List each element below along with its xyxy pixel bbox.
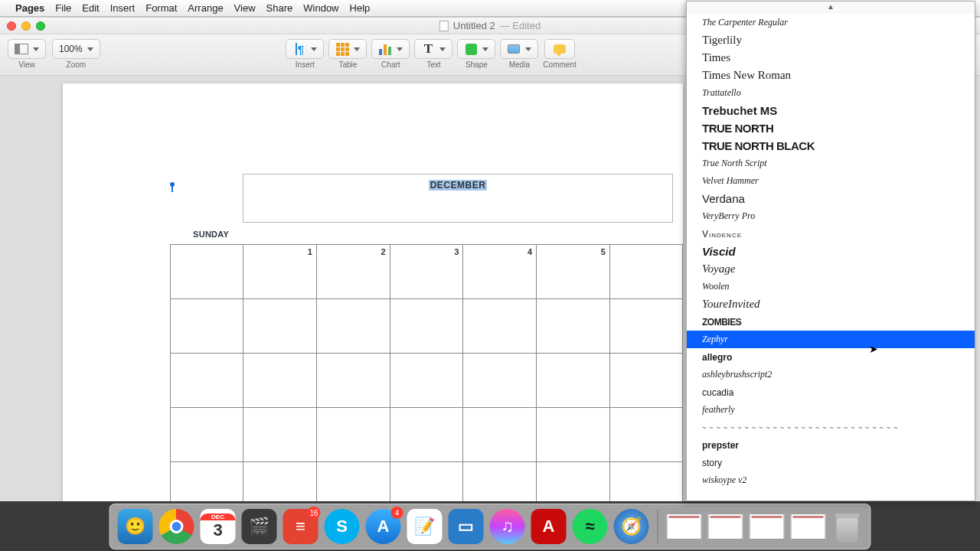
- cal-cell[interactable]: 2: [316, 245, 390, 299]
- chart-button[interactable]: [371, 39, 410, 59]
- zoom-button-tb[interactable]: 100%: [52, 39, 100, 59]
- font-option[interactable]: wiskoype v2: [687, 471, 975, 489]
- font-option[interactable]: Voyage: [687, 260, 975, 278]
- media-button[interactable]: [500, 39, 538, 59]
- chart-label: Chart: [381, 60, 400, 69]
- view-label: View: [18, 60, 35, 69]
- menu-edit[interactable]: Edit: [82, 2, 99, 14]
- minimized-window[interactable]: [750, 514, 785, 540]
- app-name[interactable]: Pages: [15, 2, 44, 14]
- menu-format[interactable]: Format: [145, 2, 177, 14]
- font-option[interactable]: Trattatello: [687, 84, 975, 102]
- shape-button[interactable]: [457, 39, 495, 59]
- keynote-icon[interactable]: ▭: [449, 509, 484, 544]
- badge: 4: [391, 507, 403, 519]
- font-option[interactable]: True North Script: [687, 155, 975, 172]
- itunes-icon[interactable]: ♫: [490, 509, 525, 544]
- font-option[interactable]: Times: [687, 49, 975, 67]
- table-row: [171, 354, 683, 408]
- scroll-up-arrow[interactable]: ▲: [687, 2, 975, 14]
- calendar-table[interactable]: 1 2 3 4 5: [170, 244, 683, 501]
- font-option[interactable]: Verdana: [687, 190, 975, 207]
- text-label: Text: [426, 60, 440, 69]
- cal-cell[interactable]: 1: [243, 245, 317, 299]
- chrome-icon[interactable]: [159, 509, 194, 544]
- page[interactable]: DECEMBER SUNDAY 1 2 3 4 5: [63, 83, 683, 501]
- table-row: [171, 299, 683, 354]
- table-button[interactable]: [328, 39, 367, 59]
- menu-share[interactable]: Share: [266, 2, 293, 14]
- minimized-window[interactable]: [791, 514, 826, 540]
- view-button[interactable]: [8, 39, 46, 59]
- minimize-button[interactable]: [21, 21, 31, 31]
- insert-label: Insert: [296, 60, 315, 69]
- document-status: — Edited: [500, 20, 541, 31]
- imovie-icon[interactable]: 🎬: [242, 509, 277, 544]
- title-text-box[interactable]: DECEMBER: [243, 174, 673, 223]
- font-option[interactable]: cucadia: [687, 383, 975, 401]
- font-option[interactable]: Trebuchet MS: [687, 102, 975, 119]
- safari-icon[interactable]: 🧭: [614, 509, 649, 544]
- close-button[interactable]: [7, 21, 16, 31]
- font-option[interactable]: allegro: [687, 348, 975, 366]
- acrobat-icon[interactable]: A: [531, 509, 567, 544]
- menu-arrange[interactable]: Arrange: [188, 2, 223, 14]
- font-option[interactable]: TRUE NORTH BLACK: [687, 137, 975, 155]
- font-option[interactable]: TRUE NORTH: [687, 119, 975, 137]
- font-option[interactable]: Times New Roman: [687, 67, 975, 84]
- badge: 16: [307, 507, 320, 519]
- menu-window[interactable]: Window: [303, 2, 338, 14]
- window-title: Untitled 2 — Edited: [439, 20, 541, 31]
- table-row: [171, 462, 683, 502]
- font-option[interactable]: Woolen: [687, 278, 975, 295]
- skype-icon[interactable]: S: [325, 509, 360, 544]
- table-label: Table: [338, 60, 357, 69]
- font-option[interactable]: VeryBerry Pro: [687, 207, 975, 225]
- cal-cell[interactable]: 3: [390, 245, 463, 299]
- font-dropdown[interactable]: ▲ The Carpenter RegularTigerlilyTimesTim…: [686, 1, 975, 501]
- dock: 🙂 DEC3 🎬 ≡16 S A4 📝 ▭ ♫ A ≈ 🧭: [109, 504, 871, 549]
- font-option[interactable]: The Carpenter Regular: [687, 14, 975, 31]
- traffic-lights: [0, 21, 45, 31]
- table-row: [171, 408, 683, 462]
- zoom-button[interactable]: [36, 21, 45, 31]
- font-option[interactable]: Vindence: [687, 225, 975, 243]
- menu-view[interactable]: View: [234, 2, 256, 14]
- menu-help[interactable]: Help: [350, 2, 371, 14]
- cal-cell[interactable]: 5: [537, 245, 610, 299]
- font-option[interactable]: featherly: [687, 401, 975, 419]
- font-option[interactable]: Tigerlily: [687, 31, 975, 49]
- title-text[interactable]: DECEMBER: [429, 180, 488, 191]
- cal-cell[interactable]: [609, 245, 682, 299]
- textedit-icon[interactable]: 📝: [407, 509, 443, 544]
- cal-cell[interactable]: [171, 245, 243, 299]
- font-option[interactable]: YoureInvited: [687, 295, 975, 313]
- day-header-sunday[interactable]: SUNDAY: [193, 230, 229, 239]
- font-option[interactable]: story: [687, 454, 975, 471]
- document-icon: [439, 21, 449, 31]
- text-button[interactable]: T: [414, 39, 452, 59]
- font-option[interactable]: ashleybrushscript2: [687, 366, 975, 383]
- minimized-window[interactable]: [667, 514, 702, 540]
- document-name[interactable]: Untitled 2: [453, 20, 495, 31]
- font-option[interactable]: ~~~~~~~~~~~~~~~~~~~~~~~~~~~~: [687, 419, 975, 436]
- trash-icon[interactable]: [832, 509, 863, 544]
- menu-insert[interactable]: Insert: [110, 2, 136, 14]
- font-option[interactable]: Velvet Hammer: [687, 172, 975, 190]
- font-option[interactable]: Zephyr: [687, 331, 975, 348]
- menu-file[interactable]: File: [55, 2, 71, 14]
- finder-icon[interactable]: 🙂: [118, 509, 153, 544]
- zoom-label: Zoom: [67, 60, 87, 69]
- spotify-icon[interactable]: ≈: [573, 509, 608, 544]
- minimized-window[interactable]: [708, 514, 743, 540]
- font-option[interactable]: prepster: [687, 436, 975, 454]
- font-list[interactable]: The Carpenter RegularTigerlilyTimesTimes…: [687, 14, 975, 489]
- shape-label: Shape: [466, 60, 488, 69]
- cal-cell[interactable]: 4: [463, 245, 537, 299]
- font-option[interactable]: Viscid: [687, 243, 975, 260]
- font-option[interactable]: ZOMBIES: [687, 313, 975, 331]
- calendar-icon[interactable]: DEC3: [201, 509, 236, 544]
- comment-button[interactable]: [544, 39, 575, 59]
- comment-label: Comment: [543, 60, 576, 69]
- insert-button[interactable]: ¶: [286, 39, 324, 59]
